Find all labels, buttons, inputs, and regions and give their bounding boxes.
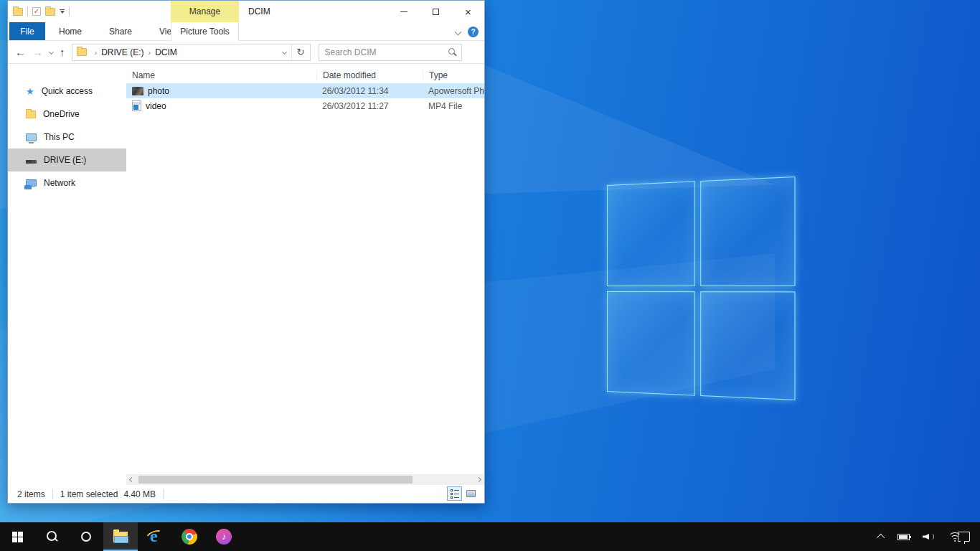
breadcrumb-dcim[interactable]: DCIM bbox=[155, 47, 177, 57]
photo-thumbnail-icon bbox=[132, 87, 143, 95]
windows-logo bbox=[607, 176, 795, 400]
mp4-file-icon bbox=[132, 100, 141, 111]
chrome-icon bbox=[182, 529, 197, 545]
explorer-folder-icon[interactable] bbox=[13, 8, 23, 16]
sidebar-item-label: This PC bbox=[44, 132, 75, 142]
items-count: 2 items bbox=[17, 489, 45, 499]
file-row-video[interactable]: video 26/03/2012 11:27 MP4 File bbox=[126, 98, 484, 113]
internet-explorer-taskbar-button[interactable]: e bbox=[138, 522, 172, 551]
chrome-taskbar-button[interactable] bbox=[172, 522, 207, 551]
drive-icon bbox=[26, 160, 37, 164]
file-list: Name Date modified Type photo 26/03/2012… bbox=[126, 64, 484, 474]
this-pc-monitor-icon bbox=[26, 133, 37, 141]
sidebar-item-this-pc[interactable]: This PC bbox=[8, 126, 126, 149]
thumbnails-view-button[interactable] bbox=[463, 486, 479, 501]
scrollbar-thumb[interactable] bbox=[138, 476, 413, 484]
file-row-photo[interactable]: photo 26/03/2012 11:34 Apowersoft Pho bbox=[126, 83, 484, 98]
taskbar-search-button[interactable] bbox=[34, 522, 69, 551]
details-view-button[interactable] bbox=[447, 486, 462, 501]
details-view-icon bbox=[451, 489, 459, 499]
minimize-button[interactable] bbox=[387, 1, 420, 22]
windows-logo-pane bbox=[700, 291, 796, 400]
start-icon bbox=[12, 532, 23, 542]
manage-contextual-group[interactable]: Manage bbox=[171, 1, 239, 22]
windows-logo-pane bbox=[700, 176, 796, 286]
recent-locations-chevron-icon[interactable] bbox=[49, 50, 54, 55]
selection-size: 4.40 MB bbox=[123, 489, 156, 499]
up-icon[interactable]: ↑ bbox=[60, 47, 65, 57]
search-icon bbox=[45, 530, 58, 543]
main-area: ★ Quick access OneDrive This PC DRIVE (E… bbox=[8, 64, 484, 474]
sidebar-item-label: Network bbox=[44, 178, 75, 188]
start-button[interactable] bbox=[0, 522, 34, 551]
breadcrumb-chevron-icon: › bbox=[95, 48, 98, 57]
file-name-cell: video bbox=[126, 100, 316, 111]
horizontal-scrollbar[interactable] bbox=[126, 474, 484, 485]
column-header-type[interactable]: Type bbox=[423, 70, 484, 80]
column-headers: Name Date modified Type bbox=[126, 64, 484, 83]
tab-picture-tools[interactable]: Picture Tools bbox=[171, 22, 239, 41]
address-bar[interactable]: › DRIVE (E:) › DCIM ↻ bbox=[72, 44, 311, 61]
internet-explorer-icon: e bbox=[146, 528, 164, 545]
tray-expand-chevron-icon[interactable] bbox=[877, 534, 885, 542]
customize-qat-arrow[interactable] bbox=[60, 9, 65, 14]
sort-ascending-icon bbox=[217, 64, 223, 65]
search-box bbox=[319, 44, 462, 61]
file-date-cell: 26/03/2012 11:27 bbox=[316, 101, 423, 111]
navigation-buttons: ← → ↑ bbox=[8, 47, 72, 57]
sidebar-item-quick-access[interactable]: ★ Quick access bbox=[8, 80, 126, 103]
column-header-date-modified[interactable]: Date modified bbox=[316, 70, 423, 80]
column-header-name[interactable]: Name bbox=[126, 70, 316, 80]
maximize-button[interactable] bbox=[420, 1, 452, 22]
action-center-button[interactable] bbox=[958, 522, 970, 551]
new-folder-icon[interactable] bbox=[45, 8, 55, 16]
sidebar-item-label: DRIVE (E:) bbox=[44, 155, 86, 165]
scroll-right-icon[interactable] bbox=[473, 474, 484, 485]
scroll-left-icon[interactable] bbox=[126, 474, 137, 485]
windows-logo-pane bbox=[607, 181, 694, 286]
back-icon[interactable]: ← bbox=[15, 47, 26, 57]
tab-share[interactable]: Share bbox=[95, 22, 146, 40]
address-folder-icon bbox=[77, 48, 87, 56]
tab-file[interactable]: File bbox=[9, 22, 45, 40]
battery-icon[interactable] bbox=[897, 534, 910, 540]
window-title: DCIM bbox=[248, 1, 270, 22]
breadcrumb-drive[interactable]: DRIVE (E:) bbox=[101, 47, 143, 57]
sidebar-item-onedrive[interactable]: OneDrive bbox=[8, 103, 126, 126]
search-input[interactable] bbox=[319, 47, 447, 57]
file-type-cell: Apowersoft Pho bbox=[423, 86, 484, 96]
address-dropdown-chevron-icon[interactable] bbox=[278, 44, 291, 60]
action-center-icon bbox=[958, 532, 970, 542]
refresh-icon[interactable]: ↻ bbox=[291, 44, 310, 60]
file-explorer-window: ✓ Manage DCIM × File Home Share View Pic… bbox=[7, 0, 485, 504]
ribbon-right-controls: ? bbox=[456, 22, 479, 41]
file-explorer-taskbar-button[interactable] bbox=[103, 522, 138, 551]
windows-logo-pane bbox=[607, 291, 694, 396]
properties-check-icon[interactable]: ✓ bbox=[32, 7, 41, 16]
file-type-cell: MP4 File bbox=[423, 101, 484, 111]
title-bar[interactable]: ✓ Manage DCIM × bbox=[8, 1, 484, 22]
itunes-taskbar-button[interactable]: ♪ bbox=[207, 522, 241, 551]
sidebar-item-network[interactable]: Network bbox=[8, 171, 126, 194]
volume-icon[interactable] bbox=[923, 532, 936, 542]
address-bar-controls: ↻ bbox=[278, 44, 310, 60]
help-icon[interactable]: ? bbox=[468, 27, 479, 37]
navigation-pane: ★ Quick access OneDrive This PC DRIVE (E… bbox=[8, 64, 126, 474]
selection-count: 1 item selected bbox=[60, 489, 118, 499]
cortana-button[interactable] bbox=[69, 522, 103, 551]
taskbar: e ♪ bbox=[0, 522, 980, 551]
forward-icon[interactable]: → bbox=[32, 47, 43, 57]
qat-separator bbox=[69, 6, 70, 17]
search-icon[interactable] bbox=[447, 47, 457, 57]
address-row: ← → ↑ › DRIVE (E:) › DCIM ↻ bbox=[8, 41, 484, 64]
close-button[interactable]: × bbox=[452, 1, 484, 22]
tab-home[interactable]: Home bbox=[45, 22, 95, 40]
network-icon bbox=[26, 179, 37, 187]
expand-ribbon-chevron-icon[interactable] bbox=[455, 28, 462, 35]
file-explorer-icon bbox=[113, 532, 128, 542]
sidebar-item-drive-e[interactable]: DRIVE (E:) bbox=[8, 149, 126, 171]
quick-access-toolbar: ✓ bbox=[13, 1, 70, 22]
onedrive-folder-icon bbox=[26, 110, 36, 118]
status-separator bbox=[52, 489, 53, 499]
sidebar-item-label: Quick access bbox=[42, 86, 93, 96]
